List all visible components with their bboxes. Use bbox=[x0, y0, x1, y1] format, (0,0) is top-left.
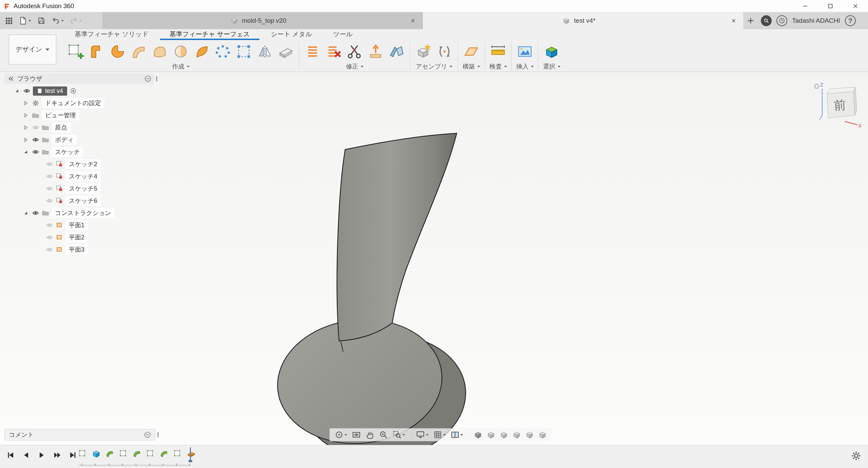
timeline-feature-sketch-8[interactable] bbox=[172, 448, 183, 460]
zoom-icon[interactable] bbox=[377, 429, 390, 441]
visual-style-cube-5-icon[interactable] bbox=[524, 429, 535, 440]
play-button[interactable] bbox=[36, 449, 47, 461]
capture-history-icon[interactable] bbox=[70, 88, 77, 94]
browser-item-plane1[interactable]: 平面1 bbox=[4, 219, 154, 231]
expand-closed-icon[interactable] bbox=[22, 137, 29, 142]
inspect-group-dropdown[interactable]: 検査 bbox=[490, 62, 507, 71]
timeline-feature-loft-7[interactable] bbox=[159, 448, 170, 460]
visual-style-cube-2-icon[interactable] bbox=[485, 429, 497, 440]
sweep-icon[interactable] bbox=[128, 41, 149, 62]
timeline-feature-form-2[interactable] bbox=[91, 448, 102, 460]
joint-icon[interactable] bbox=[434, 41, 455, 62]
timeline-feature-sketch-1[interactable] bbox=[77, 448, 88, 460]
visibility-eye-off-icon[interactable] bbox=[46, 234, 53, 241]
file-menu-icon[interactable] bbox=[18, 15, 33, 26]
timeline-feature-sketch-6[interactable] bbox=[145, 448, 156, 460]
browser-item-sketch5[interactable]: スケッチ5 bbox=[4, 182, 154, 195]
timeline-feature-loft-3[interactable] bbox=[104, 448, 115, 460]
browser-item-plane2[interactable]: 平面2 bbox=[4, 231, 154, 243]
construct-plane-icon[interactable] bbox=[461, 41, 482, 62]
data-panel-grid-icon[interactable] bbox=[3, 15, 14, 26]
visibility-eye-icon[interactable] bbox=[32, 210, 39, 216]
revolve-icon[interactable] bbox=[107, 41, 128, 62]
circular-pattern-icon[interactable] bbox=[212, 41, 233, 62]
new-component-icon[interactable] bbox=[413, 41, 434, 62]
insert-group-dropdown[interactable]: 挿入 bbox=[516, 62, 534, 71]
extensions-icon[interactable] bbox=[761, 15, 772, 26]
maximize-button[interactable] bbox=[818, 0, 843, 12]
rectangular-pattern-icon[interactable] bbox=[233, 41, 254, 62]
go-to-start-button[interactable] bbox=[5, 449, 16, 461]
workspace-selector[interactable]: デザイン bbox=[9, 35, 56, 64]
modify-group-dropdown[interactable]: 修正 bbox=[346, 62, 363, 71]
extend-icon[interactable] bbox=[365, 41, 386, 62]
zoom-window-icon[interactable] bbox=[391, 429, 407, 441]
browser-item-named-views[interactable]: ビュー管理 bbox=[4, 109, 154, 121]
step-back-button[interactable] bbox=[20, 449, 32, 461]
collapse-browser-icon[interactable] bbox=[7, 75, 14, 82]
timeline-feature-thicken-9[interactable] bbox=[186, 448, 197, 460]
browser-item-construction[interactable]: コンストラクション bbox=[4, 207, 154, 219]
document-tab-testv4[interactable]: test v4* bbox=[423, 12, 743, 29]
visual-style-cube-3-icon[interactable] bbox=[498, 429, 510, 440]
patch-icon[interactable] bbox=[170, 41, 191, 62]
visibility-eye-off-icon[interactable] bbox=[46, 222, 53, 229]
expand-closed-icon[interactable] bbox=[22, 125, 29, 130]
expand-open-icon[interactable] bbox=[22, 210, 29, 216]
tab-close-icon[interactable] bbox=[730, 17, 738, 25]
panel-resize-handle[interactable] bbox=[156, 76, 157, 81]
root-component-chip[interactable]: test v4 bbox=[33, 86, 67, 96]
visibility-eye-icon[interactable] bbox=[23, 87, 31, 94]
timeline-feature-sketch-4[interactable] bbox=[118, 448, 129, 460]
visibility-eye-off-icon[interactable] bbox=[46, 185, 53, 192]
visibility-eye-off-icon[interactable] bbox=[46, 197, 53, 204]
visibility-eye-off-icon[interactable] bbox=[32, 124, 39, 131]
browser-item-bodies[interactable]: ボディ bbox=[4, 134, 154, 146]
browser-item-sketches[interactable]: スケッチ bbox=[4, 146, 154, 158]
browser-item-origin[interactable]: 原点 bbox=[4, 121, 154, 134]
user-account-menu[interactable]: Tadashi ADACHI bbox=[792, 17, 840, 24]
viewcube-front-label[interactable]: 前 bbox=[833, 98, 847, 112]
create-sketch-icon[interactable] bbox=[65, 41, 86, 62]
mirror-icon[interactable] bbox=[254, 41, 275, 62]
ribbon-tab-surface[interactable]: 基準フィーチャ サーフェス bbox=[160, 29, 259, 40]
ribbon-tab-tools[interactable]: ツール bbox=[323, 29, 362, 40]
help-icon[interactable]: ? bbox=[845, 15, 856, 26]
timeline-settings-gear-icon[interactable] bbox=[851, 451, 861, 461]
timeline-scrub-track[interactable] bbox=[79, 465, 191, 466]
visual-style-cube-4-icon[interactable] bbox=[511, 429, 522, 440]
panel-resize-handle[interactable] bbox=[157, 432, 159, 437]
extrude-icon[interactable] bbox=[86, 41, 107, 62]
trim-scissors-icon[interactable] bbox=[344, 41, 365, 62]
go-to-end-button[interactable] bbox=[67, 449, 79, 461]
visibility-eye-icon[interactable] bbox=[32, 136, 39, 143]
visibility-eye-off-icon[interactable] bbox=[46, 173, 53, 180]
browser-panel-header[interactable]: ブラウザ bbox=[4, 74, 154, 84]
visibility-eye-off-icon[interactable] bbox=[46, 246, 53, 253]
minimize-button[interactable] bbox=[793, 0, 818, 12]
measure-icon[interactable] bbox=[488, 41, 509, 62]
document-tab-mold5-top[interactable]: mold-5_top v20 bbox=[102, 12, 423, 29]
expand-closed-icon[interactable] bbox=[22, 113, 29, 118]
select-icon[interactable] bbox=[541, 41, 562, 62]
close-button[interactable] bbox=[843, 0, 868, 12]
expand-closed-icon[interactable] bbox=[22, 100, 29, 106]
insert-image-icon[interactable] bbox=[514, 41, 535, 62]
viewports-icon[interactable] bbox=[449, 429, 465, 441]
viewport[interactable]: ブラウザ test v4 ドキュメントの設定 bbox=[0, 72, 868, 445]
browser-item-sketch4[interactable]: スケッチ4 bbox=[4, 170, 154, 182]
ribbon-tab-solid[interactable]: 基準フィーチャ ソリッド bbox=[65, 29, 158, 40]
grid-display-icon[interactable] bbox=[432, 429, 448, 441]
ribbon-tab-sheetmetal[interactable]: シート メタル bbox=[261, 29, 322, 40]
orbit-icon[interactable] bbox=[333, 429, 349, 441]
assemble-group-dropdown[interactable]: アセンブリ bbox=[416, 62, 452, 71]
view-cube[interactable]: Z 前 X bbox=[812, 81, 863, 129]
pan-hand-icon[interactable] bbox=[364, 429, 376, 441]
browser-root-row[interactable]: test v4 bbox=[4, 85, 154, 97]
visibility-eye-off-icon[interactable] bbox=[46, 161, 53, 168]
delete-face-icon[interactable] bbox=[323, 41, 344, 62]
visual-style-cube-6-icon[interactable] bbox=[537, 429, 548, 440]
home-icon[interactable] bbox=[814, 84, 819, 88]
create-group-dropdown[interactable]: 作成 bbox=[172, 62, 190, 71]
fast-forward-button[interactable] bbox=[52, 449, 63, 461]
